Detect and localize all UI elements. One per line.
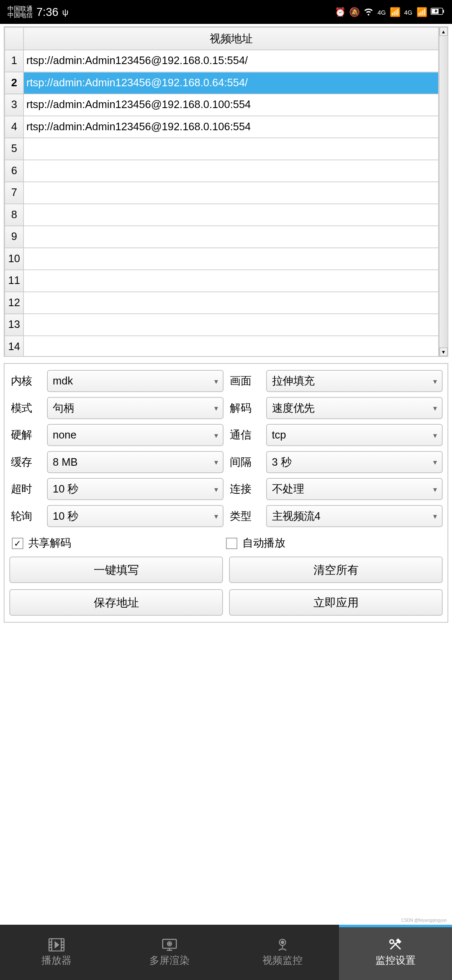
row-index: 6 (5, 160, 23, 182)
nav-player[interactable]: 播放器 (0, 925, 113, 980)
wifi-icon (364, 6, 374, 18)
status-left: 中国联通 中国电信 7:36 ψ (8, 5, 69, 19)
table-row[interactable]: 12 (5, 292, 439, 314)
row-index: 5 (5, 138, 23, 160)
combo-decode[interactable]: 速度优先 (266, 397, 443, 419)
combo-interval[interactable]: 3 秒 (266, 451, 443, 473)
table-row[interactable]: 4rtsp://admin:Admin123456@192.168.0.106:… (5, 116, 439, 138)
signal-icon-2: 📶 (416, 7, 427, 17)
combo-poll[interactable]: 10 秒 (47, 505, 224, 527)
table-row[interactable]: 5 (5, 138, 439, 160)
svg-point-14 (169, 943, 170, 944)
row-address[interactable]: rtsp://admin:Admin123456@192.168.0.106:5… (23, 116, 439, 138)
row-index: 10 (5, 248, 23, 270)
table-row[interactable]: 11 (5, 270, 439, 292)
row-address[interactable] (23, 314, 439, 336)
save-address-button[interactable]: 保存地址 (10, 589, 223, 616)
combo-frame[interactable]: 拉伸填充 (266, 370, 443, 392)
net-4g-1: 4G (378, 8, 386, 15)
checkbox-autoplay-label: 自动播放 (242, 536, 285, 551)
row-address[interactable] (23, 226, 439, 248)
row-index: 12 (5, 292, 23, 314)
nav-multi-render[interactable]: 多屏渲染 (113, 925, 226, 980)
label-kernel: 内核 (10, 374, 42, 389)
table-row[interactable]: 9 (5, 226, 439, 248)
svg-line-20 (394, 943, 401, 949)
checkbox-row: ✓ 共享解码 自动播放 (10, 536, 443, 551)
row-index: 3 (5, 94, 23, 116)
combo-type[interactable]: 主视频流4 (266, 505, 443, 527)
checkbox-share-decode[interactable]: ✓ 共享解码 (12, 536, 226, 551)
row-index: 14 (5, 336, 23, 356)
table-row[interactable]: 8 (5, 204, 439, 226)
table-row[interactable]: 1rtsp://admin:Admin123456@192.168.0.15:5… (5, 50, 439, 72)
apply-now-button[interactable]: 立即应用 (229, 589, 443, 616)
check-icon (226, 537, 237, 549)
table-row[interactable]: 14 (5, 336, 439, 356)
combo-timeout[interactable]: 10 秒 (47, 478, 224, 500)
nav-monitor-settings[interactable]: 监控设置 (339, 925, 452, 980)
combo-kernel[interactable]: mdk (47, 370, 224, 392)
check-icon: ✓ (12, 537, 23, 549)
table-row[interactable]: 2rtsp://admin:Admin123456@192.168.0.64:5… (5, 72, 439, 94)
row-address[interactable] (23, 336, 439, 356)
row-address[interactable] (23, 160, 439, 182)
scroll-down-icon[interactable]: ▾ (439, 348, 448, 356)
combo-hw[interactable]: none (47, 424, 224, 446)
label-connect: 连接 (229, 482, 261, 497)
nav-video-monitor[interactable]: 视频监控 (226, 925, 339, 980)
svg-rect-1 (443, 10, 444, 13)
monitor-icon (161, 938, 178, 952)
row-address[interactable]: rtsp://admin:Admin123456@192.168.0.100:5… (23, 94, 439, 116)
clock: 7:36 (36, 5, 59, 19)
checkbox-share-decode-label: 共享解码 (28, 536, 71, 551)
net-4g-2: 4G (404, 8, 412, 15)
row-address[interactable] (23, 292, 439, 314)
mute-icon: 🔕 (349, 7, 360, 17)
clear-all-button[interactable]: 清空所有 (229, 557, 443, 583)
table-row[interactable]: 10 (5, 248, 439, 270)
row-address[interactable] (23, 204, 439, 226)
button-row-1: 一键填写 清空所有 (10, 557, 443, 583)
address-table[interactable]: 视频地址 1rtsp://admin:Admin123456@192.168.0… (5, 27, 439, 356)
bottom-nav: 播放器 多屏渲染 视频监控 监控设置 (0, 925, 452, 980)
table-row[interactable]: 13 (5, 314, 439, 336)
table-row[interactable]: 7 (5, 182, 439, 204)
label-frame: 画面 (229, 374, 261, 389)
row-index: 7 (5, 182, 23, 204)
label-decode: 解码 (229, 401, 261, 415)
combo-cache[interactable]: 8 MB (47, 451, 224, 473)
row-address[interactable] (23, 182, 439, 204)
tools-icon (387, 938, 404, 952)
battery-icon (431, 7, 444, 17)
button-row-2: 保存地址 立即应用 (10, 589, 443, 616)
nav-video-monitor-label: 视频监控 (262, 954, 303, 967)
row-index: 1 (5, 50, 23, 72)
address-table-wrap: 视频地址 1rtsp://admin:Admin123456@192.168.0… (5, 27, 439, 356)
label-type: 类型 (229, 509, 261, 524)
film-icon (48, 938, 65, 952)
table-row[interactable]: 6 (5, 160, 439, 182)
row-address[interactable] (23, 248, 439, 270)
row-address[interactable]: rtsp://admin:Admin123456@192.168.0.64:55… (23, 72, 439, 94)
scroll-up-icon[interactable]: ▴ (439, 27, 448, 36)
carriers: 中国联通 中国电信 (8, 5, 33, 19)
combo-comm[interactable]: tcp (266, 424, 443, 446)
status-right: ⏰ 🔕 4G 📶 4G 📶 (335, 6, 444, 18)
vertical-scrollbar[interactable]: ▴ ▾ (439, 27, 448, 356)
table-row[interactable]: 3rtsp://admin:Admin123456@192.168.0.100:… (5, 94, 439, 116)
usb-icon: ψ (62, 7, 69, 17)
table-header-index (5, 27, 23, 50)
label-cache: 缓存 (10, 455, 42, 469)
fill-all-button[interactable]: 一键填写 (10, 557, 223, 583)
row-address[interactable]: rtsp://admin:Admin123456@192.168.0.15:55… (23, 50, 439, 72)
row-index: 11 (5, 270, 23, 292)
combo-connect[interactable]: 不处理 (266, 478, 443, 500)
checkbox-autoplay[interactable]: 自动播放 (226, 536, 440, 551)
combo-mode[interactable]: 句柄 (47, 397, 224, 419)
table-header-address: 视频地址 (23, 27, 439, 50)
row-address[interactable] (23, 270, 439, 292)
watermark: CSDN @feiyangqingyun (401, 918, 447, 923)
carrier-2: 中国电信 (8, 12, 33, 19)
row-address[interactable] (23, 138, 439, 160)
